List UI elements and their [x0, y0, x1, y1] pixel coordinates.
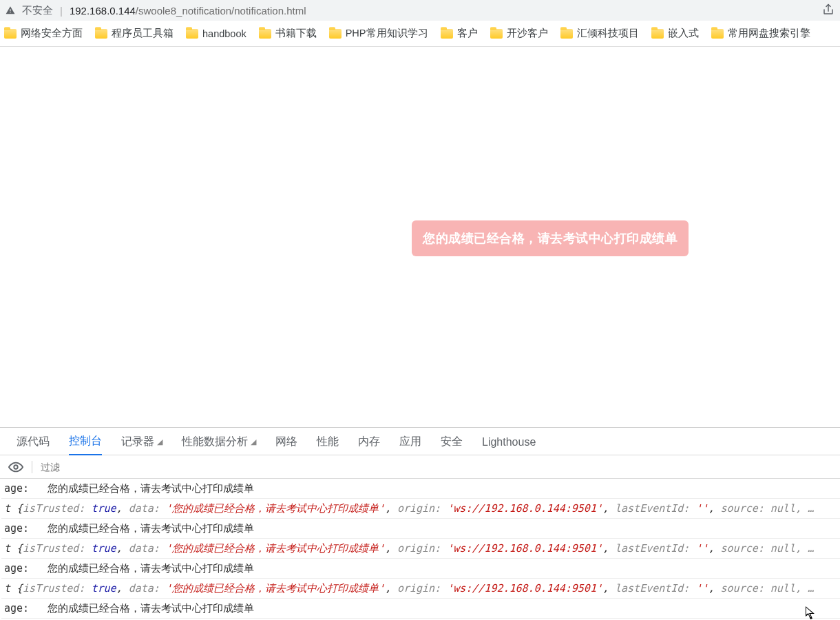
folder-icon — [560, 29, 573, 39]
tab-memory[interactable]: 内存 — [358, 435, 380, 455]
folder-icon — [651, 29, 664, 39]
bookmark-item[interactable]: PHP常用知识学习 — [329, 27, 428, 40]
tab-recorder-label: 记录器 — [121, 435, 154, 449]
folder-icon — [329, 29, 342, 39]
console-row: age: 您的成绩已经合格，请去考试中心打印成绩单 — [1, 559, 840, 579]
devtools-panel: 源代码 控制台 记录器◢ 性能数据分析◢ 网络 性能 内存 应用 安全 Ligh… — [0, 427, 840, 620]
tab-application[interactable]: 应用 — [399, 435, 421, 455]
folder-icon — [95, 29, 107, 39]
bookmark-label: 嵌入式 — [668, 27, 699, 40]
devtools-tabs: 源代码 控制台 记录器◢ 性能数据分析◢ 网络 性能 内存 应用 安全 Ligh… — [0, 428, 840, 455]
bookmark-label: 书籍下载 — [275, 27, 317, 40]
notification-toast: 您的成绩已经合格，请去考试中心打印成绩单 — [412, 220, 689, 256]
folder-icon — [186, 29, 198, 39]
folder-icon — [711, 29, 724, 39]
bookmark-label: handbook — [202, 28, 246, 39]
url[interactable]: 192.168.0.144/swoole8_notification/notif… — [70, 5, 306, 17]
bookmark-item[interactable]: 开沙客户 — [490, 27, 548, 40]
console-row: age: 您的成绩已经合格，请去考试中心打印成绩单 — [1, 519, 840, 539]
svg-point-1 — [14, 465, 18, 469]
tab-sources[interactable]: 源代码 — [17, 435, 50, 455]
bookmark-label: 网络安全方面 — [21, 27, 83, 40]
folder-icon — [4, 29, 17, 39]
console-toolbar — [0, 455, 840, 479]
toolbar-divider — [32, 461, 32, 473]
beta-icon: ◢ — [251, 437, 256, 446]
console-row: t {isTrusted: true, data: '您的成绩已经合格，请去考试… — [1, 499, 840, 519]
bookmark-item[interactable]: 汇倾科技项目 — [560, 27, 639, 40]
tab-performance[interactable]: 性能 — [317, 435, 339, 455]
tab-performance-insights-label: 性能数据分析 — [182, 435, 248, 449]
page-viewport: 您的成绩已经合格，请去考试中心打印成绩单 — [0, 47, 840, 427]
console-row: age: 您的成绩已经合格，请去考试中心打印成绩单 — [1, 479, 840, 499]
bookmark-item[interactable]: 嵌入式 — [651, 27, 699, 40]
bookmark-item[interactable]: 程序员工具箱 — [95, 27, 174, 40]
bookmark-item[interactable]: handbook — [186, 28, 246, 39]
separator: | — [60, 5, 63, 17]
url-path: /swoole8_notification/notification.html — [136, 5, 306, 17]
bookmark-label: 开沙客户 — [507, 27, 548, 40]
tab-performance-insights[interactable]: 性能数据分析◢ — [182, 435, 256, 455]
bookmarks-bar: 网络安全方面 程序员工具箱 handbook 书籍下载 PHP常用知识学习 客户… — [0, 21, 840, 47]
folder-icon — [259, 29, 271, 39]
bookmark-label: 程序员工具箱 — [112, 27, 174, 40]
folder-icon — [490, 29, 503, 39]
bookmark-item[interactable]: 客户 — [441, 27, 478, 40]
bookmark-label: 汇倾科技项目 — [577, 27, 639, 40]
console-filter-input[interactable] — [41, 462, 832, 473]
bookmark-item[interactable]: 常用网盘搜索引擎 — [711, 27, 810, 40]
tab-security[interactable]: 安全 — [441, 435, 463, 455]
bookmark-item[interactable]: 书籍下载 — [259, 27, 317, 40]
tab-network[interactable]: 网络 — [275, 435, 297, 455]
address-bar: 不安全 | 192.168.0.144/swoole8_notification… — [0, 0, 840, 21]
bookmark-item[interactable]: 网络安全方面 — [4, 27, 83, 40]
tab-recorder[interactable]: 记录器◢ — [121, 435, 162, 455]
bookmark-label: 客户 — [457, 27, 478, 40]
console-output[interactable]: age: 您的成绩已经合格，请去考试中心打印成绩单 t {isTrusted: … — [0, 479, 840, 620]
live-expression-icon[interactable] — [8, 462, 23, 473]
share-icon[interactable] — [822, 3, 834, 18]
console-row: age: 您的成绩已经合格，请去考试中心打印成绩单 — [1, 599, 840, 619]
tab-console[interactable]: 控制台 — [69, 434, 102, 455]
bookmark-label: PHP常用知识学习 — [346, 27, 428, 40]
beta-icon: ◢ — [157, 437, 162, 446]
insecure-icon — [6, 6, 15, 15]
tab-lighthouse[interactable]: Lighthouse — [482, 436, 536, 454]
console-row: t {isTrusted: true, data: '您的成绩已经合格，请去考试… — [1, 539, 840, 559]
console-row: t {isTrusted: true, data: '您的成绩已经合格，请去考试… — [1, 579, 840, 599]
security-label: 不安全 — [22, 4, 53, 17]
url-host: 192.168.0.144 — [70, 5, 136, 17]
bookmark-label: 常用网盘搜索引擎 — [728, 27, 810, 40]
folder-icon — [441, 29, 453, 39]
